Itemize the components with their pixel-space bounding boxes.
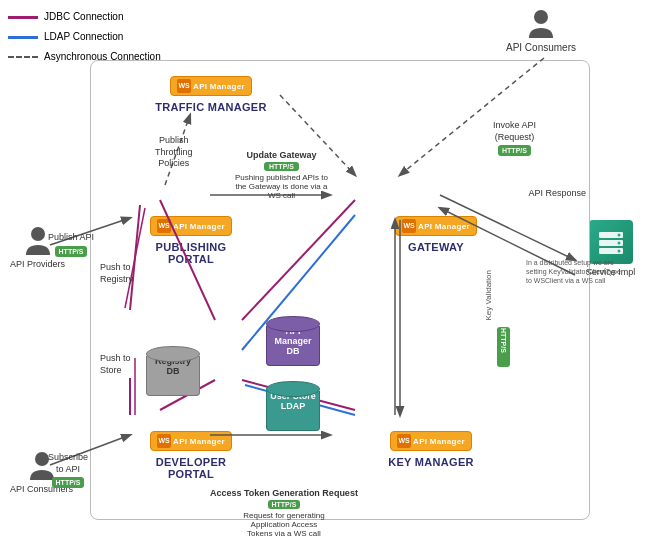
update-https-badge: HTTP/S [264,162,299,171]
db-body: RegistryDB [146,356,200,396]
wso2-logo-gw: WS [402,219,416,233]
api-consumers-top-label: API Consumers [506,8,576,53]
developer-portal-component: WS API Manager DEVELOPER PORTAL [131,431,251,480]
svg-point-0 [534,10,548,24]
traffic-manager-title: TRAFFIC MANAGER [151,101,271,113]
legend-ldap: LDAP Connection [8,28,161,46]
subscribe-https-badge: HTTP/S [52,477,85,488]
api-response-text: API Response [528,188,586,198]
traffic-manager-badge: WS API Manager [170,76,252,96]
api-consumer-person-icon [527,8,555,40]
api-consumers-top-text: API Consumers [506,42,576,53]
subscribe-api-text: Subscribeto API [48,452,88,475]
traffic-manager-component: WS API Manager TRAFFIC MANAGER [151,76,271,113]
user-store-cylinder: User StoreLDAP [266,381,320,431]
ldap-line-icon [8,36,38,39]
legend-ldap-label: LDAP Connection [44,28,123,46]
key-validation-detail: In a distributed setup we are setting Ke… [526,258,626,285]
update-gateway-detail: Pushing published APIs tothe Gateway is … [235,173,328,200]
api-manager-db: API ManagerDB [266,316,320,366]
api-providers-label: API Providers [10,259,65,269]
registry-db: RegistryDB [146,346,200,396]
push-registry-label: Push toRegistry [100,262,133,285]
key-validation-detail-text: In a distributed setup we are setting Ke… [526,258,626,285]
registry-db-cylinder: RegistryDB [146,346,200,396]
subscribe-api-label: Subscribeto API HTTP/S [48,452,88,490]
publishing-portal-badge-text: API Manager [173,222,225,231]
svg-point-5 [617,242,620,245]
key-validation-https-badge: HTTP/S [497,327,510,367]
db-body: User StoreLDAP [266,391,320,431]
gateway-component: WS API Manager GATEWAY [381,216,491,253]
diagram-container: JDBC Connection LDAP Connection Asynchro… [0,0,646,554]
push-store-label: Push toStore [100,353,131,376]
key-manager-component: WS API Manager KEY MANAGER [376,431,486,468]
publishing-portal-title: PUBLISHING PORTAL [131,241,251,265]
traffic-manager-badge-text: API Manager [193,82,245,91]
publish-api-label: Publish API HTTP/S [48,232,94,259]
gateway-title: GATEWAY [381,241,491,253]
key-manager-title: KEY MANAGER [376,456,486,468]
wso2-logo-km: WS [397,434,411,448]
gateway-badge: WS API Manager [395,216,477,236]
svg-point-6 [617,250,620,253]
key-manager-badge-text: API Manager [413,437,465,446]
api-response-label: API Response [528,188,586,198]
user-store-ldap: User StoreLDAP [266,381,320,431]
developer-portal-badge-text: API Manager [173,437,225,446]
access-token-title: Access Token Generation Request [210,488,358,498]
access-token-detail: Request for generatingApplication Access… [210,511,358,538]
api-manager-db-cylinder: API ManagerDB [266,316,320,366]
access-token-https-badge: HTTP/S [268,500,301,509]
invoke-api-text: Invoke API(Request) [493,120,536,143]
throttling-text: PublishThrottlingPolicies [155,135,193,170]
svg-point-7 [31,227,45,241]
publishing-portal-component: WS API Manager PUBLISHING PORTAL [131,216,251,265]
push-store-text: Push toStore [100,353,131,376]
key-validation-text: Key Validation [484,270,494,321]
legend-jdbc-label: JDBC Connection [44,8,123,26]
wso2-logo-tm: WS [177,79,191,93]
svg-point-4 [617,234,620,237]
db-body: API ManagerDB [266,326,320,366]
db-top [266,316,320,332]
developer-portal-title: DEVELOPER PORTAL [131,456,251,480]
publishing-portal-badge: WS API Manager [150,216,232,236]
key-validation-label: Key Validation [484,270,494,321]
legend-jdbc: JDBC Connection [8,8,161,26]
db-top [146,346,200,362]
invoke-https-badge: HTTP/S [498,145,531,156]
svg-point-8 [35,452,49,466]
developer-portal-badge: WS API Manager [150,431,232,451]
publish-https-badge: HTTP/S [55,246,88,257]
jdbc-line-icon [8,16,38,19]
wso2-logo-pp: WS [157,219,171,233]
key-validation-https: HTTP/S [497,325,510,369]
legend: JDBC Connection LDAP Connection Asynchro… [8,8,161,68]
db-top [266,381,320,397]
access-token-label: Access Token Generation Request HTTP/S R… [210,488,358,538]
gateway-badge-text: API Manager [418,222,470,231]
wso2-logo-dp: WS [157,434,171,448]
async-line-icon [8,56,38,58]
publish-api-text: Publish API [48,232,94,244]
throttling-label: PublishThrottlingPolicies [155,135,193,170]
invoke-api-label: Invoke API(Request) HTTP/S [493,120,536,158]
update-gateway-title: Update Gateway [235,150,328,160]
update-gateway-label: Update Gateway HTTP/S Pushing published … [235,150,328,200]
key-manager-badge: WS API Manager [390,431,472,451]
push-registry-text: Push toRegistry [100,262,133,285]
server-svg [597,228,625,256]
